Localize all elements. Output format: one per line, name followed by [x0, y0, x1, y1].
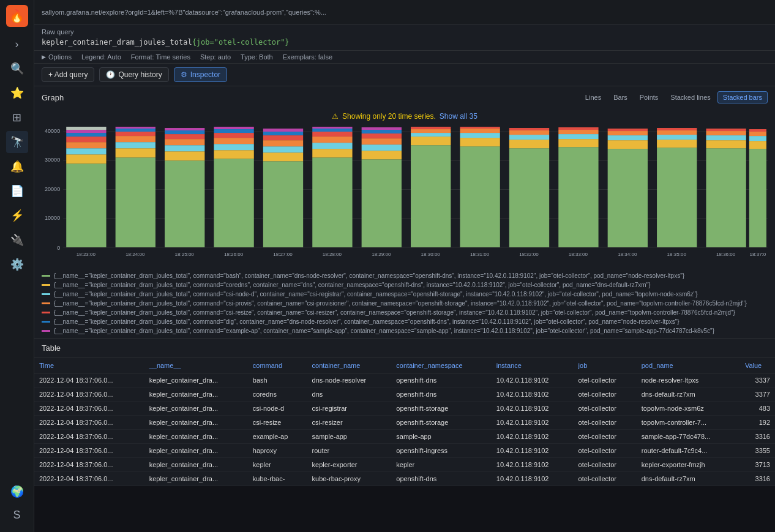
- cell-container-name: csi-resizer: [307, 416, 392, 430]
- svg-rect-81: [509, 135, 549, 140]
- table-row: 2022-12-04 18:37:06.0... kepler_containe…: [34, 388, 775, 402]
- cell-job: otel-collector: [574, 402, 637, 416]
- sidebar-item-admin[interactable]: ⚙️: [6, 253, 28, 275]
- svg-rect-62: [362, 138, 402, 144]
- sidebar-item-lightning[interactable]: ⚡: [6, 204, 28, 227]
- table-row: 2022-12-04 18:37:06.0... kepler_containe…: [34, 416, 775, 430]
- table-row: 2022-12-04 18:37:06.0... kepler_containe…: [34, 373, 775, 388]
- svg-rect-11: [66, 154, 106, 163]
- bars-button[interactable]: Bars: [608, 91, 633, 103]
- col-name[interactable]: __name__: [144, 358, 248, 373]
- svg-rect-13: [66, 142, 106, 148]
- svg-rect-74: [460, 138, 500, 146]
- col-time[interactable]: Time: [34, 358, 144, 373]
- cell-command: coredns: [248, 388, 307, 402]
- options-arrow-icon: ▶: [42, 54, 46, 60]
- grafana-logo[interactable]: 🔥: [6, 5, 28, 27]
- sidebar-item-dashboards[interactable]: ⊞: [6, 107, 28, 129]
- content-area[interactable]: Graph Lines Bars Points Stacked lines St…: [34, 86, 775, 532]
- cell-container-namespace: openshift-storage: [391, 416, 492, 430]
- sidebar-item-globe[interactable]: 🌍: [6, 481, 28, 503]
- legend-text-6: {__name__="kepler_container_dram_joules_…: [54, 318, 680, 325]
- stacked-bars-button[interactable]: Stacked bars: [717, 91, 768, 103]
- svg-rect-88: [558, 130, 598, 134]
- table-section: Table Time __name__ command container_na…: [34, 339, 775, 486]
- cell-command: bash: [248, 373, 307, 388]
- svg-rect-65: [362, 127, 402, 130]
- cell-instance: 10.42.0.118:9102: [492, 373, 574, 388]
- cell-command: csi-resize: [248, 416, 307, 430]
- cell-name: kepler_container_dra...: [144, 444, 248, 458]
- sidebar-item-plugin[interactable]: 🔌: [6, 229, 28, 251]
- inspector-label: Inspector: [190, 70, 220, 79]
- options-toggle[interactable]: ▶ Options: [42, 53, 72, 61]
- svg-rect-109: [749, 149, 766, 247]
- svg-rect-29: [165, 145, 204, 151]
- svg-text:18:34:00: 18:34:00: [618, 252, 637, 257]
- svg-rect-21: [116, 142, 155, 148]
- cell-time: 2022-12-04 18:37:06.0...: [34, 388, 144, 402]
- query-history-button[interactable]: 🕐 Query history: [99, 67, 168, 82]
- inspector-button[interactable]: ⚙ Inspector: [174, 67, 227, 82]
- col-pod-name[interactable]: pod_name: [637, 358, 740, 373]
- svg-rect-55: [312, 132, 352, 137]
- sidebar-item-profile[interactable]: S: [6, 504, 28, 526]
- svg-rect-22: [116, 136, 155, 142]
- col-instance[interactable]: instance: [492, 358, 574, 373]
- cell-value: 3337: [740, 373, 775, 388]
- sidebar-item-chevron[interactable]: ›: [6, 33, 28, 55]
- cell-job: otel-collector: [574, 472, 637, 486]
- cell-instance: 10.42.0.118:9102: [492, 416, 574, 430]
- sidebar-item-alerting[interactable]: 🔔: [6, 155, 28, 178]
- sidebar-item-starred[interactable]: ⭐: [6, 82, 28, 104]
- add-query-button[interactable]: + Add query: [42, 67, 94, 82]
- col-value[interactable]: Value: [740, 358, 775, 373]
- legend-color-5: [42, 312, 50, 313]
- svg-text:18:24:00: 18:24:00: [125, 252, 145, 257]
- points-button[interactable]: Points: [634, 91, 664, 103]
- cell-pod-name: sample-app-77dc478...: [637, 430, 740, 444]
- svg-rect-28: [165, 151, 204, 160]
- legend-color-3: [42, 293, 50, 295]
- options-step: Step: auto: [200, 53, 231, 61]
- cell-value: 3316: [740, 472, 775, 486]
- svg-rect-38: [214, 138, 253, 144]
- raw-query-params: {job="otel-collector"}: [192, 38, 290, 47]
- legend-color-7: [42, 330, 50, 332]
- show-all-link[interactable]: Show all 35: [440, 112, 477, 121]
- sidebar-item-reports[interactable]: 📄: [6, 180, 28, 202]
- lines-button[interactable]: Lines: [580, 91, 607, 103]
- svg-rect-95: [608, 129, 648, 131]
- raw-query-text: kepler_container_dram_joules_total{job="…: [42, 38, 768, 47]
- svg-rect-31: [165, 134, 204, 139]
- svg-rect-20: [116, 148, 155, 157]
- svg-rect-27: [165, 160, 204, 247]
- cell-container-namespace: openshift-storage: [391, 402, 492, 416]
- col-container-namespace[interactable]: container_namespace: [391, 358, 492, 373]
- browser-url: sallyom.grafana.net/explore?orgId=1&left…: [42, 9, 768, 16]
- col-command[interactable]: command: [248, 358, 307, 373]
- svg-rect-49: [263, 129, 303, 132]
- warning-icon: ⚠: [332, 112, 339, 121]
- svg-rect-70: [411, 129, 451, 133]
- legend-text-4: {__name__="kepler_container_dram_joules_…: [54, 300, 747, 307]
- cell-name: kepler_container_dra...: [144, 388, 248, 402]
- stacked-lines-button[interactable]: Stacked lines: [665, 91, 716, 103]
- legend-section: {__name__="kepler_container_dram_joules_…: [34, 269, 775, 338]
- cell-container-name: sample-app: [307, 430, 392, 444]
- sidebar-item-search[interactable]: 🔍: [6, 58, 28, 80]
- cell-job: otel-collector: [574, 373, 637, 388]
- table-row: 2022-12-04 18:37:06.0... kepler_containe…: [34, 472, 775, 486]
- sidebar-item-explore[interactable]: 🔭: [6, 131, 28, 153]
- cell-instance: 10.42.0.118:9102: [492, 458, 574, 472]
- svg-rect-51: [312, 157, 352, 247]
- cell-container-namespace: sample-app: [391, 430, 492, 444]
- svg-rect-61: [362, 144, 402, 151]
- svg-rect-53: [312, 143, 352, 149]
- col-job[interactable]: job: [574, 358, 637, 373]
- svg-rect-12: [66, 148, 106, 154]
- raw-query-label: Raw query: [42, 28, 768, 36]
- svg-rect-80: [509, 140, 549, 148]
- col-container-name[interactable]: container_name: [307, 358, 392, 373]
- svg-rect-76: [460, 129, 500, 133]
